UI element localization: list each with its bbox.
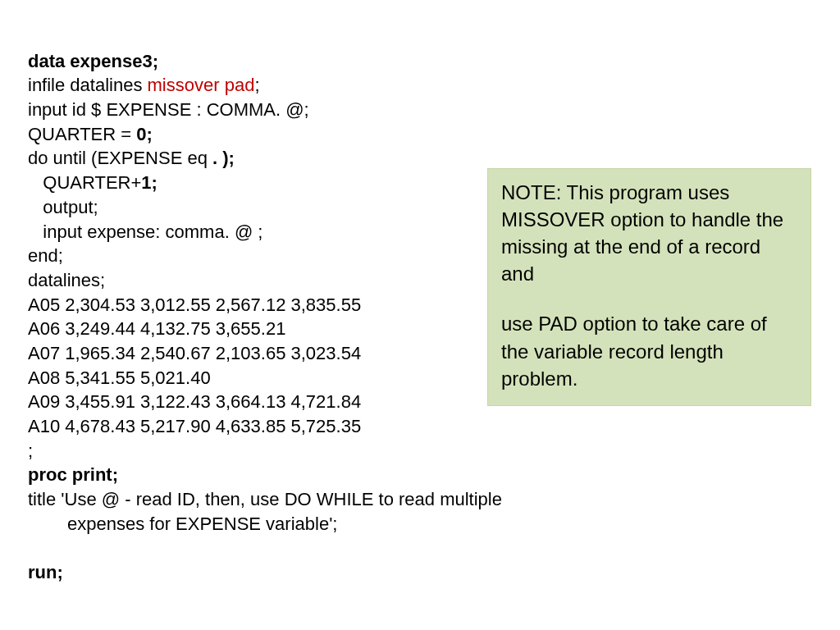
code-line: A07 1,965.34 2,540.67 2,103.65 3,023.54: [28, 343, 361, 363]
slide-page: data expense3; infile datalines missover…: [0, 0, 840, 630]
code-line: end;: [28, 245, 63, 266]
text: do until (EXPENSE eq: [28, 148, 212, 168]
spacer: [501, 287, 797, 310]
code-line: infile datalines missover pad;: [28, 75, 260, 95]
note-callout: NOTE: This program uses MISSOVER option …: [487, 168, 811, 406]
code-line: A10 4,678.43 5,217.90 4,633.85 5,725.35: [28, 416, 361, 436]
text: 1;: [141, 172, 158, 193]
code-line: run;: [28, 562, 63, 582]
code-line: ;: [28, 441, 33, 461]
code-line: QUARTER+1;: [28, 172, 158, 193]
text: QUARTER =: [28, 124, 136, 144]
code-line: A05 2,304.53 3,012.55 2,567.12 3,835.55: [28, 294, 361, 315]
keyword-missover-pad: missover pad: [148, 75, 255, 95]
code-line: input expense: comma. @ ;: [28, 221, 262, 242]
code-line: output;: [28, 197, 98, 217]
note-paragraph: use PAD option to take care of the varia…: [501, 310, 797, 391]
code-line: A06 3,249.44 4,132.75 3,655.21: [28, 318, 285, 339]
code-line: A09 3,455.91 3,122.43 3,664.13 4,721.84: [28, 391, 361, 412]
code-line: A08 5,341.55 5,021.40: [28, 368, 211, 388]
code-line: do until (EXPENSE eq . );: [28, 148, 235, 168]
code-line: QUARTER = 0;: [28, 124, 153, 144]
text: . );: [212, 148, 235, 168]
code-line: input id $ EXPENSE : COMMA. @;: [28, 99, 309, 120]
code-line: title 'Use @ - read ID, then, use DO WHI…: [28, 487, 502, 536]
text: 0;: [136, 124, 153, 144]
text: QUARTER+: [28, 172, 141, 193]
code-line: proc print;: [28, 464, 118, 485]
text: ;: [254, 75, 259, 95]
sas-code-block: data expense3; infile datalines missover…: [28, 25, 471, 585]
code-line: datalines;: [28, 270, 105, 290]
code-line: data expense3;: [28, 51, 158, 71]
note-paragraph: NOTE: This program uses MISSOVER option …: [501, 179, 797, 287]
text: infile datalines: [28, 75, 148, 95]
